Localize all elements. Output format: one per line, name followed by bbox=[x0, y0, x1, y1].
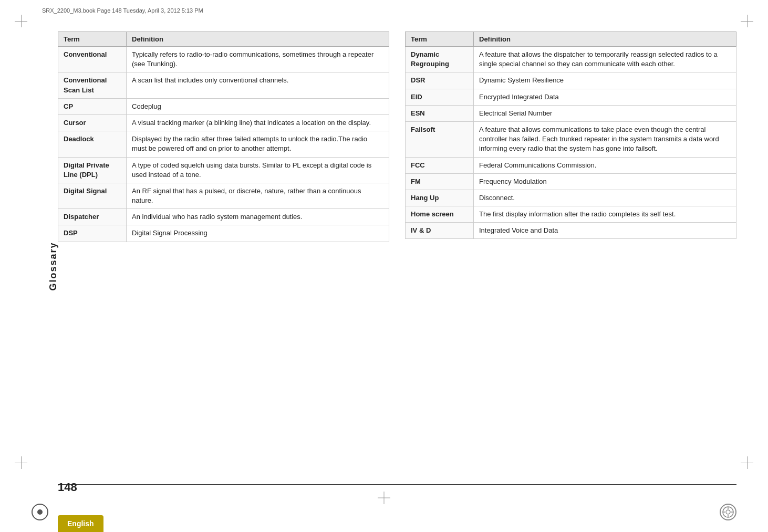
table-row: FMFrequency Modulation bbox=[406, 173, 736, 190]
corner-crosshair-br bbox=[741, 456, 753, 469]
left-table-wrap: Term Definition ConventionalTypically re… bbox=[58, 32, 389, 458]
right-col-term: Term bbox=[406, 32, 474, 47]
definition-cell: A feature that allows communications to … bbox=[474, 121, 736, 157]
main-content: Term Definition ConventionalTypically re… bbox=[58, 32, 736, 458]
term-cell: DSR bbox=[406, 72, 474, 89]
definition-cell: Typically refers to radio-to-radio commu… bbox=[127, 47, 389, 72]
definition-cell: Digital Signal Processing bbox=[127, 225, 389, 242]
table-row: Hang UpDisconnect. bbox=[406, 190, 736, 206]
table-row: DSPDigital Signal Processing bbox=[58, 225, 389, 242]
definition-cell: A visual tracking marker (a blinking lin… bbox=[127, 114, 389, 131]
divider-line bbox=[58, 484, 736, 485]
left-table: Term Definition ConventionalTypically re… bbox=[58, 32, 389, 242]
definition-cell: Dynamic System Resilience bbox=[474, 72, 736, 89]
term-cell: Failsoft bbox=[406, 121, 474, 157]
table-row: FCCFederal Communications Commission. bbox=[406, 157, 736, 173]
table-row: Digital Private Line (DPL)A type of code… bbox=[58, 157, 389, 183]
definition-cell: A scan list that includes only conventio… bbox=[127, 72, 389, 98]
table-row: CursorA visual tracking marker (a blinki… bbox=[58, 114, 389, 131]
table-row: Conventional Scan ListA scan list that i… bbox=[58, 72, 389, 98]
definition-cell: Electrical Serial Number bbox=[474, 105, 736, 121]
term-cell: CP bbox=[58, 98, 127, 114]
term-cell: Dynamic Regrouping bbox=[406, 47, 474, 72]
left-col-term: Term bbox=[58, 32, 127, 47]
term-cell: Home screen bbox=[406, 206, 474, 223]
term-cell: Digital Signal bbox=[58, 183, 127, 208]
table-row: FailsoftA feature that allows communicat… bbox=[406, 121, 736, 157]
definition-cell: Disconnect. bbox=[474, 190, 736, 206]
bottom-right-icon bbox=[720, 504, 736, 520]
definition-cell: Codeplug bbox=[127, 98, 389, 114]
corner-crosshair-bl bbox=[15, 456, 27, 469]
svg-point-3 bbox=[726, 510, 730, 514]
definition-cell: Displayed by the radio after three faile… bbox=[127, 131, 389, 157]
term-cell: FM bbox=[406, 173, 474, 190]
term-cell: Hang Up bbox=[406, 190, 474, 206]
term-cell: Conventional bbox=[58, 47, 127, 72]
right-table-wrap: Term Definition Dynamic RegroupingA feat… bbox=[405, 32, 736, 458]
definition-cell: Encrypted Integrated Data bbox=[474, 89, 736, 105]
definition-cell: A feature that allows the dispatcher to … bbox=[474, 47, 736, 72]
term-cell: Dispatcher bbox=[58, 209, 127, 225]
right-table: Term Definition Dynamic RegroupingA feat… bbox=[405, 32, 736, 239]
term-cell: DSP bbox=[58, 225, 127, 242]
table-row: EIDEncrypted Integrated Data bbox=[406, 89, 736, 105]
table-row: CPCodeplug bbox=[58, 98, 389, 114]
definition-cell: A type of coded squelch using data burst… bbox=[127, 157, 389, 183]
center-bottom-crosshair bbox=[378, 492, 390, 506]
table-row: DispatcherAn individual who has radio sy… bbox=[58, 209, 389, 225]
table-row: IV & DIntegrated Voice and Data bbox=[406, 223, 736, 239]
definition-cell: Federal Communications Commission. bbox=[474, 157, 736, 173]
table-row: DSRDynamic System Resilience bbox=[406, 72, 736, 89]
term-cell: FCC bbox=[406, 157, 474, 173]
table-row: ConventionalTypically refers to radio-to… bbox=[58, 47, 389, 72]
header-bar: SRX_2200_M3.book Page 148 Tuesday, April… bbox=[42, 7, 203, 14]
right-col-definition: Definition bbox=[474, 32, 736, 47]
table-row: Digital SignalAn RF signal that has a pu… bbox=[58, 183, 389, 208]
term-cell: Digital Private Line (DPL) bbox=[58, 157, 127, 183]
definition-cell: An individual who has radio system manag… bbox=[127, 209, 389, 225]
definition-cell: An RF signal that has a pulsed, or discr… bbox=[127, 183, 389, 208]
bottom-left-icon bbox=[32, 504, 48, 520]
definition-cell: Integrated Voice and Data bbox=[474, 223, 736, 239]
table-row: Dynamic RegroupingA feature that allows … bbox=[406, 47, 736, 72]
english-tab: English bbox=[58, 515, 103, 532]
corner-crosshair-tl bbox=[15, 15, 27, 27]
table-row: ESNElectrical Serial Number bbox=[406, 105, 736, 121]
table-row: Home screenThe first display information… bbox=[406, 206, 736, 223]
term-cell: Cursor bbox=[58, 114, 127, 131]
table-row: DeadlockDisplayed by the radio after thr… bbox=[58, 131, 389, 157]
term-cell: Deadlock bbox=[58, 131, 127, 157]
term-cell: ESN bbox=[406, 105, 474, 121]
page-number: 148 bbox=[58, 481, 77, 494]
term-cell: IV & D bbox=[406, 223, 474, 239]
corner-crosshair-tr bbox=[741, 15, 753, 27]
left-col-definition: Definition bbox=[127, 32, 389, 47]
glossary-label: Glossary bbox=[48, 242, 59, 290]
term-cell: EID bbox=[406, 89, 474, 105]
definition-cell: The first display information after the … bbox=[474, 206, 736, 223]
definition-cell: Frequency Modulation bbox=[474, 173, 736, 190]
term-cell: Conventional Scan List bbox=[58, 72, 127, 98]
header-text: SRX_2200_M3.book Page 148 Tuesday, April… bbox=[42, 7, 203, 14]
